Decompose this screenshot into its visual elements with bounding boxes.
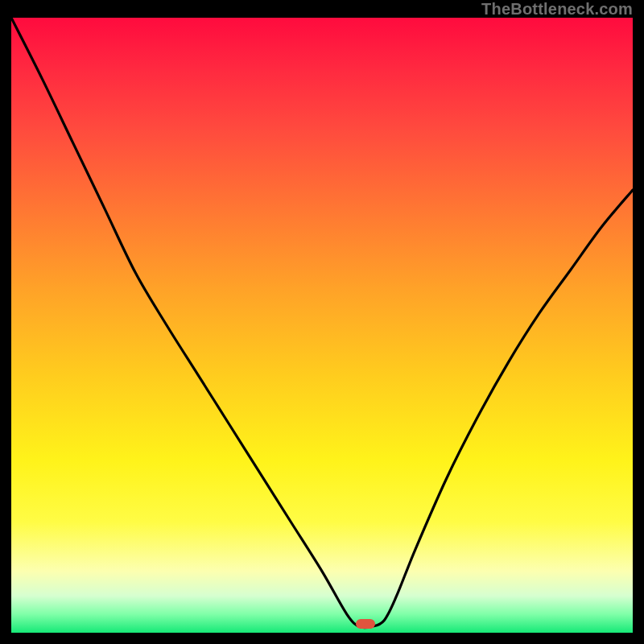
- bottleneck-curve: [11, 18, 633, 633]
- chart-frame: TheBottleneck.com: [0, 0, 644, 644]
- watermark-text: TheBottleneck.com: [481, 0, 633, 19]
- plot-area: [11, 18, 633, 633]
- optimal-point-marker: [356, 619, 375, 629]
